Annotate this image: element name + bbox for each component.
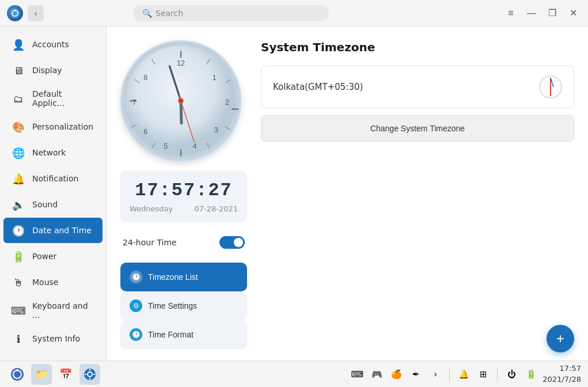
svg-text:8: 8 bbox=[143, 74, 147, 82]
back-button[interactable]: ‹ bbox=[28, 5, 44, 21]
taskbar-battery-icon[interactable]: 🔋 bbox=[523, 366, 539, 382]
digital-time: 17:57:27 bbox=[130, 180, 238, 201]
svg-point-34 bbox=[16, 369, 18, 371]
taskbar-right: ⌨ 🎮 🍊 ✒ › 🔔 ⊞ ⏻ 🔋 17:57 2021/7/28 bbox=[349, 363, 581, 384]
minimize-button[interactable]: — bbox=[523, 5, 540, 21]
sidebar-label-personalization: Personalization bbox=[32, 122, 93, 131]
taskbar: 📁 📅 ⌨ 🎮 🍊 ✒ › 🔔 ⊞ ⏻ 🔋 17:57 2021/7/28 bbox=[0, 361, 588, 387]
taskbar-power-icon[interactable]: ⏻ bbox=[503, 366, 519, 382]
sidebar-label-display: Display bbox=[32, 66, 62, 75]
maximize-button[interactable]: ❐ bbox=[544, 5, 560, 21]
sidebar-label-sound: Sound bbox=[32, 200, 58, 209]
timezone-indicator bbox=[539, 75, 562, 98]
toggle-24h-row: 24-hour Time bbox=[120, 232, 247, 253]
sidebar-label-accounts: Accounts bbox=[32, 40, 69, 49]
svg-text:5: 5 bbox=[164, 142, 168, 150]
analog-clock: 12 1 2 3 4 5 6 7 8 bbox=[120, 40, 241, 161]
main-area: 👤Accounts🖥Display🗂Default Applic...🎨Pers… bbox=[0, 26, 588, 361]
sidebar-item-personalization[interactable]: 🎨Personalization bbox=[3, 114, 103, 139]
toggle-24h-switch[interactable] bbox=[219, 236, 245, 249]
sidebar-label-notification: Notification bbox=[32, 174, 78, 183]
taskbar-more-icon[interactable]: › bbox=[427, 366, 443, 382]
content-area: 12 1 2 3 4 5 6 7 8 bbox=[107, 26, 588, 361]
menu-btn-time-format[interactable]: 🕑Time Format bbox=[120, 320, 247, 349]
taskbar-app-files[interactable]: 📁 bbox=[31, 364, 52, 385]
timezone-card: Kolkata(GMT+05:30) bbox=[261, 66, 574, 108]
taskbar-app-calendar[interactable]: 📅 bbox=[55, 364, 76, 385]
day-of-week: Wednesday bbox=[130, 204, 173, 213]
search-placeholder: Search bbox=[155, 9, 183, 18]
svg-text:7: 7 bbox=[132, 98, 136, 107]
sidebar-icon-date-time: 🕐 bbox=[12, 223, 25, 237]
close-button[interactable]: ✕ bbox=[565, 5, 581, 21]
window-controls: ≡ — ❐ ✕ bbox=[503, 5, 581, 21]
taskbar-keyboard-icon[interactable]: ⌨ bbox=[349, 366, 365, 382]
sidebar-icon-mouse: 🖱 bbox=[12, 275, 25, 289]
svg-text:4: 4 bbox=[193, 142, 197, 150]
taskbar-fruit-icon[interactable]: 🍊 bbox=[388, 366, 404, 382]
sidebar-item-default-apps[interactable]: 🗂Default Applic... bbox=[3, 84, 103, 113]
toggle-24h-label: 24-hour Time bbox=[123, 238, 177, 247]
sidebar-icon-personalization: 🎨 bbox=[12, 120, 25, 134]
sidebar-icon-network: 🌐 bbox=[12, 146, 25, 160]
sidebar-label-date-time: Date and Time bbox=[32, 226, 92, 235]
sidebar-label-power: Power bbox=[32, 252, 56, 261]
sidebar-icon-sound: 🔈 bbox=[12, 198, 25, 211]
svg-point-2 bbox=[14, 9, 16, 11]
menu-btn-time-settings[interactable]: ⚙Time Settings bbox=[120, 291, 247, 320]
right-panel: System Timezone Kolkata(GMT+05:30) Chang… bbox=[261, 40, 574, 347]
taskbar-clock: 17:57 2021/7/28 bbox=[543, 363, 581, 384]
taskbar-pen-icon[interactable]: ✒ bbox=[408, 366, 424, 382]
menu-icon-time-format: 🕑 bbox=[130, 328, 142, 341]
sidebar-icon-power: 🔋 bbox=[12, 249, 25, 263]
taskbar-sep-2 bbox=[497, 367, 498, 382]
sidebar-icon-notification: 🔔 bbox=[12, 172, 25, 185]
svg-point-29 bbox=[179, 99, 183, 103]
search-bar[interactable]: 🔍 Search bbox=[133, 5, 329, 21]
menu-icon-timezone-list: 🕐 bbox=[130, 271, 142, 283]
svg-text:6: 6 bbox=[143, 128, 147, 136]
taskbar-time: 17:57 bbox=[543, 363, 581, 374]
taskbar-date: 2021/7/28 bbox=[543, 374, 581, 385]
svg-line-25 bbox=[181, 101, 181, 123]
sidebar-item-mouse[interactable]: 🖱Mouse bbox=[3, 270, 103, 295]
taskbar-app-fedora[interactable] bbox=[7, 364, 28, 385]
menu-button[interactable]: ≡ bbox=[503, 5, 519, 21]
sidebar-item-power[interactable]: 🔋Power bbox=[3, 244, 103, 269]
search-icon: 🔍 bbox=[142, 9, 152, 18]
sidebar-item-accounts[interactable]: 👤Accounts bbox=[3, 32, 103, 57]
sidebar: 👤Accounts🖥Display🗂Default Applic...🎨Pers… bbox=[0, 26, 107, 361]
sidebar-icon-default-apps: 🗂 bbox=[12, 92, 25, 105]
sidebar-item-display[interactable]: 🖥Display bbox=[3, 58, 103, 83]
taskbar-sep-1 bbox=[449, 367, 450, 382]
sidebar-icon-display: 🖥 bbox=[12, 63, 25, 77]
change-timezone-button[interactable]: Change System Timezone bbox=[261, 115, 574, 142]
sidebar-item-date-time[interactable]: 🕐Date and Time bbox=[3, 218, 103, 243]
clock-panel: 12 1 2 3 4 5 6 7 8 bbox=[120, 40, 247, 347]
digital-display: 17:57:27 Wednesday 07-28-2021 bbox=[120, 170, 247, 222]
sidebar-item-sound[interactable]: 🔈Sound bbox=[3, 192, 103, 217]
sidebar-item-keyboard[interactable]: ⌨Keyboard and ... bbox=[3, 295, 103, 325]
menu-label-time-settings: Time Settings bbox=[148, 301, 197, 310]
menu-buttons: 🕐Timezone List⚙Time Settings🕑Time Format bbox=[120, 263, 247, 349]
digital-date-row: Wednesday 07-28-2021 bbox=[130, 204, 238, 213]
app-logo bbox=[7, 5, 23, 21]
section-title: System Timezone bbox=[261, 40, 574, 54]
svg-text:3: 3 bbox=[214, 126, 218, 134]
sidebar-label-mouse: Mouse bbox=[32, 278, 58, 287]
timezone-value: Kolkata(GMT+05:30) bbox=[273, 82, 363, 92]
svg-text:12: 12 bbox=[177, 59, 185, 67]
sidebar-item-notification[interactable]: 🔔Notification bbox=[3, 166, 103, 191]
taskbar-app-settings[interactable] bbox=[79, 364, 100, 385]
taskbar-game-icon[interactable]: 🎮 bbox=[369, 366, 385, 382]
menu-label-timezone-list: Timezone List bbox=[148, 272, 198, 282]
menu-label-time-format: Time Format bbox=[148, 330, 194, 339]
sidebar-item-network[interactable]: 🌐Network bbox=[3, 140, 103, 165]
menu-btn-timezone-list[interactable]: 🕐Timezone List bbox=[120, 263, 247, 291]
clock-face: 12 1 2 3 4 5 6 7 8 bbox=[120, 40, 241, 161]
fab-button[interactable]: + bbox=[547, 325, 574, 352]
taskbar-grid-icon[interactable]: ⊞ bbox=[475, 366, 491, 382]
sidebar-item-system-info[interactable]: ℹSystem Info bbox=[3, 326, 103, 351]
sidebar-label-network: Network bbox=[32, 148, 66, 157]
taskbar-bell-icon[interactable]: 🔔 bbox=[456, 366, 472, 382]
